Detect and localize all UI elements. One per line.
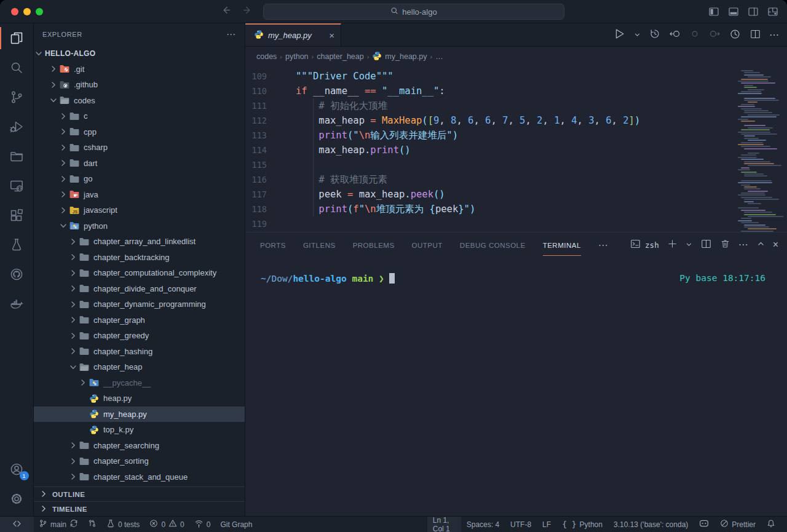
- tree-item-chapter-array-and-linkedlist[interactable]: chapter_array_and_linkedlist: [34, 234, 245, 250]
- tree-item-chapter-divide-and-conquer[interactable]: chapter_divide_and_conquer: [34, 281, 245, 297]
- tree-item-chapter-greedy[interactable]: chapter_greedy: [34, 328, 245, 344]
- activity-docker[interactable]: [0, 289, 34, 319]
- activity-testing[interactable]: [0, 230, 34, 260]
- tree-item-chapter-computational-complexity[interactable]: chapter_computational_complexity: [34, 265, 245, 281]
- panel-tab-terminal[interactable]: TERMINAL: [543, 234, 581, 256]
- tree-item-cpp[interactable]: cpp: [34, 124, 245, 140]
- code-editor[interactable]: 109"""Driver Code"""110if __name__ == "_…: [245, 66, 787, 232]
- chevron-down-sm-icon[interactable]: [634, 30, 641, 41]
- panel-bottom-toggle-icon[interactable]: [728, 6, 739, 17]
- tree-item-my-heap-py[interactable]: my_heap.py: [34, 407, 245, 423]
- split-editor-icon[interactable]: [700, 238, 712, 252]
- circle-dim-icon[interactable]: [689, 28, 700, 42]
- next-change-dim-icon[interactable]: [708, 28, 721, 42]
- new-terminal-icon[interactable]: [667, 239, 678, 252]
- activity-extensions[interactable]: [0, 200, 34, 230]
- activity-source-control[interactable]: [0, 82, 34, 112]
- tree-item-root[interactable]: HELLO-ALGO: [34, 46, 245, 62]
- tree-item--pycache-[interactable]: __pycache__: [34, 375, 245, 391]
- more-dots-icon[interactable]: ⋯: [769, 30, 780, 41]
- back-arrow-icon[interactable]: [221, 5, 232, 18]
- tree-item-dart[interactable]: dart: [34, 156, 245, 172]
- tree-item-chapter-heap[interactable]: chapter_heap: [34, 359, 245, 375]
- activity-settings[interactable]: [0, 484, 34, 514]
- more-dots-icon[interactable]: ⋯: [738, 239, 749, 250]
- forward-arrow-icon[interactable]: [242, 5, 252, 18]
- status-eol[interactable]: LF: [537, 517, 556, 532]
- prev-change-icon[interactable]: [669, 28, 681, 42]
- tree-item-chapter-graph[interactable]: chapter_graph: [34, 312, 245, 328]
- tree-item--git[interactable]: .git: [34, 62, 245, 77]
- activity-accounts[interactable]: 1: [0, 455, 34, 484]
- panel-tab-gitlens[interactable]: GITLENS: [303, 234, 336, 255]
- activity-remote-explorer[interactable]: [0, 171, 34, 200]
- breadcrumb-0[interactable]: codes: [256, 52, 277, 61]
- command-center-search[interactable]: hello-algo: [263, 4, 564, 20]
- minimap[interactable]: [738, 68, 783, 232]
- panel-tabs-more-icon[interactable]: ⋯: [598, 239, 609, 251]
- activity-explorer[interactable]: [0, 23, 34, 53]
- tree-item-go[interactable]: go: [34, 171, 245, 187]
- panel-right-toggle-icon[interactable]: [748, 6, 759, 17]
- tree-item-top-k-py[interactable]: top_k.py: [34, 422, 245, 438]
- tree-item-codes[interactable]: codes: [34, 93, 245, 109]
- panel-tab-debug-console[interactable]: DEBUG CONSOLE: [460, 234, 526, 255]
- layout-custom-toggle-icon[interactable]: [767, 6, 778, 17]
- tab-my-heap-py[interactable]: my_heap.py ×: [245, 23, 341, 46]
- explorer-more-actions-icon[interactable]: ⋯: [226, 29, 236, 40]
- shell-label[interactable]: zsh: [645, 240, 659, 250]
- status-language-mode[interactable]: { }Python: [556, 517, 608, 532]
- tree-item-heap-py[interactable]: heap.py: [34, 391, 245, 407]
- zoom-window-button[interactable]: [36, 8, 43, 15]
- activity-search[interactable]: [0, 53, 34, 82]
- tree-item-csharp[interactable]: csharp: [34, 140, 245, 156]
- tree-item-chapter-stack-and-queue[interactable]: chapter_stack_and_queue: [34, 469, 245, 485]
- status-git-branch[interactable]: main: [34, 517, 83, 532]
- history-icon[interactable]: [649, 28, 661, 42]
- run-icon[interactable]: [612, 27, 626, 43]
- breadcrumb-1[interactable]: python: [285, 52, 309, 61]
- close-tab-icon[interactable]: ×: [329, 30, 334, 41]
- tree-item-chapter-backtracking[interactable]: chapter_backtracking: [34, 250, 245, 266]
- activity-project-folder[interactable]: [0, 141, 34, 171]
- section-timeline[interactable]: TIMELINE: [34, 501, 245, 516]
- status-remote-indicator[interactable]: [0, 517, 34, 532]
- close-window-button[interactable]: [11, 8, 18, 15]
- breadcrumb-3[interactable]: my_heap.py: [372, 51, 427, 63]
- kill-terminal-icon[interactable]: [720, 239, 730, 252]
- tree-item-javascript[interactable]: JSjavascript: [34, 202, 245, 218]
- tree-item--github[interactable]: .github: [34, 77, 245, 93]
- panel-tab-ports[interactable]: PORTS: [260, 234, 286, 255]
- split-editor-icon[interactable]: [749, 28, 761, 42]
- tree-item-java[interactable]: java: [34, 187, 245, 203]
- status-tests[interactable]: 0 tests: [101, 517, 144, 532]
- section-outline[interactable]: OUTLINE: [34, 486, 245, 501]
- activity-github[interactable]: [0, 260, 34, 289]
- breadcrumb-2[interactable]: chapter_heap: [317, 52, 363, 61]
- status-git-compare[interactable]: [83, 517, 101, 532]
- tree-item-chapter-sorting[interactable]: chapter_sorting: [34, 453, 245, 469]
- terminal[interactable]: ~/Dow/hello-algo main ❯ Py base 18:17:16: [245, 257, 787, 516]
- tree-item-chapter-searching[interactable]: chapter_searching: [34, 438, 245, 454]
- status-git-graph[interactable]: Git Graph: [215, 517, 257, 532]
- panel-tab-output[interactable]: OUTPUT: [412, 234, 443, 255]
- status-indentation[interactable]: Spaces: 4: [461, 517, 505, 532]
- panel-tab-problems[interactable]: PROBLEMS: [353, 234, 395, 255]
- tree-item-c[interactable]: c: [34, 108, 245, 124]
- chevron-down-sm-icon[interactable]: [686, 239, 692, 250]
- panel-left-toggle-icon[interactable]: [708, 6, 719, 17]
- status-ports[interactable]: 0: [189, 517, 216, 532]
- status-cursor-position[interactable]: Ln 1, Col 1: [427, 517, 461, 532]
- activity-run-debug[interactable]: [0, 112, 34, 141]
- status-encoding[interactable]: UTF-8: [505, 517, 537, 532]
- status-prettier[interactable]: Prettier: [714, 517, 761, 532]
- tree-item-python[interactable]: python: [34, 218, 245, 234]
- status-problems[interactable]: 00: [144, 517, 189, 532]
- tree-item-chapter-dynamic-programming[interactable]: chapter_dynamic_programming: [34, 296, 245, 312]
- tree-item-chapter-hashing[interactable]: chapter_hashing: [34, 344, 245, 360]
- status-python-interpreter[interactable]: 3.10.13 ('base': conda): [608, 517, 694, 532]
- status-notifications[interactable]: [761, 517, 781, 532]
- status-copilot[interactable]: [694, 517, 714, 532]
- chevron-up-sm-icon[interactable]: [757, 239, 765, 250]
- blame-clock-icon[interactable]: [729, 28, 742, 43]
